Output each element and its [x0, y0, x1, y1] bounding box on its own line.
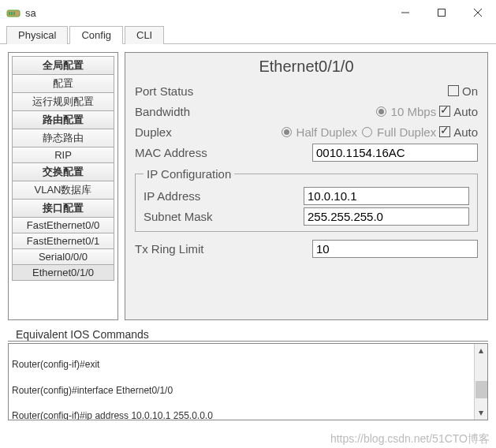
sidebar-item-serial000[interactable]: Serial0/0/0	[12, 249, 114, 265]
minimize-button[interactable]	[387, 0, 423, 25]
port-status-label: Port Status	[135, 84, 237, 98]
ip-config-legend: IP Configuration	[144, 167, 234, 181]
duplex-label: Duplex	[135, 125, 237, 139]
sidebar-item-runrule[interactable]: 运行规则配置	[12, 93, 114, 111]
sidebar-item-settings[interactable]: 配置	[12, 75, 114, 93]
sidebar-item-fe01[interactable]: FastEthernet0/1	[12, 233, 114, 249]
svg-rect-1	[9, 12, 10, 15]
equivalent-commands-label: Equivalent IOS Commands	[8, 328, 488, 342]
sidebar-hdr-interface[interactable]: 接口配置	[12, 200, 114, 218]
duplex-auto-checkbox[interactable]	[439, 126, 450, 137]
svg-rect-5	[438, 9, 446, 17]
console-output[interactable]: Router(config-if)#exit Router(config)#in…	[8, 343, 488, 420]
console-line: Router(config)#interface Ethernet0/1/0	[12, 384, 473, 397]
scroll-down-icon[interactable]: ▾	[475, 406, 488, 420]
sidebar-hdr-global[interactable]: 全局配置	[12, 56, 114, 75]
svg-rect-2	[11, 12, 13, 15]
sidebar-item-rip[interactable]: RIP	[12, 147, 114, 163]
tab-cli[interactable]: CLI	[125, 26, 164, 44]
ip-label: IP Address	[144, 189, 270, 203]
maximize-button[interactable]	[423, 0, 460, 25]
bandwidth-auto-checkbox[interactable]	[439, 106, 450, 117]
close-button[interactable]	[460, 0, 496, 25]
console-scrollbar[interactable]: ▴ ▾	[474, 344, 487, 420]
bandwidth-10-radio	[376, 106, 386, 117]
tab-config[interactable]: Config	[69, 26, 123, 44]
console-line: Router(config-if)#exit	[12, 358, 473, 371]
sidebar-item-vlan[interactable]: VLAN数据库	[12, 181, 114, 200]
workarea: 全局配置 配置 运行规则配置 路由配置 静态路由 RIP 交换配置 VLAN数据…	[0, 44, 496, 328]
titlebar: sa	[0, 0, 496, 25]
scroll-thumb[interactable]	[475, 357, 487, 406]
half-duplex-label: Half Duplex	[296, 125, 358, 139]
port-status-checkbox[interactable]	[448, 85, 459, 96]
ip-config-group: IP Configuration IP Address Subnet Mask	[135, 167, 478, 232]
sidebar-item-static[interactable]: 静态路由	[12, 129, 114, 147]
sidebar-hdr-switching[interactable]: 交换配置	[12, 163, 114, 181]
bandwidth-auto-label: Auto	[453, 105, 478, 118]
panel-title: Ethernet0/1/0	[135, 58, 478, 76]
full-duplex-label: Full Duplex	[377, 125, 436, 139]
sidebar-hdr-routing[interactable]: 路由配置	[12, 111, 114, 129]
main-panel: Ethernet0/1/0 Port Status On Bandwidth 1…	[125, 52, 488, 320]
mask-input[interactable]	[304, 207, 469, 226]
scroll-up-icon[interactable]: ▴	[475, 344, 488, 357]
tab-physical[interactable]: Physical	[6, 26, 68, 44]
mac-input[interactable]	[312, 144, 478, 162]
ip-input[interactable]	[304, 187, 469, 205]
console-line: Router(config-if)#ip address 10.0.10.1 2…	[12, 409, 473, 420]
svg-rect-3	[13, 12, 15, 15]
window-title: sa	[25, 7, 387, 19]
bandwidth-10-label: 10 Mbps	[391, 105, 437, 118]
full-duplex-radio	[362, 127, 372, 137]
sidebar-item-fe00[interactable]: FastEthernet0/0	[12, 218, 114, 233]
mac-label: MAC Address	[135, 146, 237, 159]
mask-label: Subnet Mask	[144, 210, 270, 223]
on-label: On	[462, 84, 478, 98]
duplex-auto-label: Auto	[453, 125, 478, 139]
tab-bar: Physical Config CLI	[0, 25, 496, 44]
txring-label: Tx Ring Limit	[135, 242, 261, 256]
half-duplex-radio	[282, 127, 292, 137]
txring-input[interactable]	[312, 240, 478, 258]
app-icon	[6, 6, 21, 20]
bandwidth-label: Bandwidth	[135, 105, 237, 118]
watermark: https://blog.csdn.net/51CTO博客	[330, 432, 490, 446]
sidebar-item-eth010[interactable]: Ethernet0/1/0	[12, 265, 114, 281]
sidebar: 全局配置 配置 运行规则配置 路由配置 静态路由 RIP 交换配置 VLAN数据…	[8, 52, 118, 320]
